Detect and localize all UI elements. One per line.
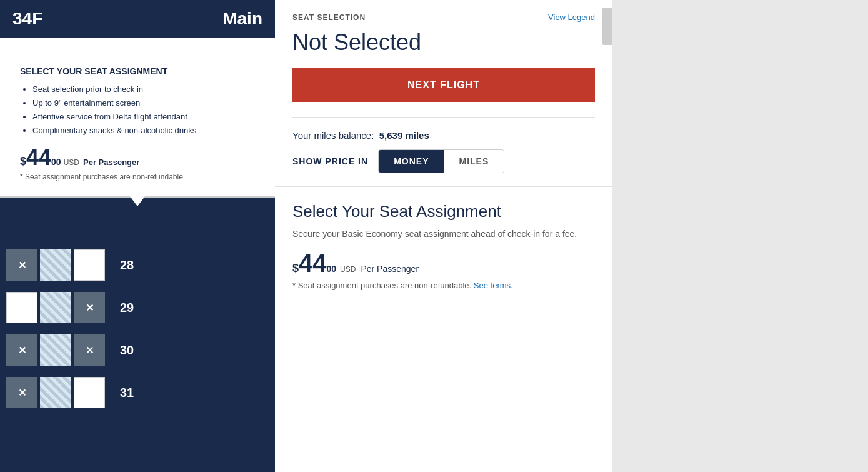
feature-3: Attentive service from Delta flight atte… bbox=[32, 110, 255, 124]
tooltip-price: $ 44 00 USD Per Passenger bbox=[20, 146, 255, 169]
miles-amount: 5,639 miles bbox=[379, 130, 429, 141]
scroll-indicator[interactable] bbox=[602, 8, 612, 45]
not-selected-title: Not Selected bbox=[275, 22, 612, 68]
table-row: ✕ ✕ 30 bbox=[0, 329, 275, 371]
toggle-group: MONEY MILES bbox=[378, 149, 504, 173]
seat-group-left: ✕ bbox=[5, 291, 106, 324]
see-terms-link[interactable]: See terms. bbox=[474, 281, 513, 290]
seat-selection-label: SEAT SELECTION bbox=[292, 13, 366, 22]
tooltip-arrow bbox=[130, 196, 145, 206]
table-row: ✕ 28 bbox=[0, 244, 275, 286]
seat-group-left: ✕ ✕ bbox=[5, 333, 106, 367]
ap-per: Per Passenger bbox=[361, 264, 419, 274]
seat-cell[interactable] bbox=[40, 377, 71, 408]
ap-usd: USD bbox=[340, 265, 356, 274]
seat-cell[interactable]: ✕ bbox=[74, 292, 105, 323]
seat-cell[interactable] bbox=[74, 249, 105, 281]
next-flight-button[interactable]: NEXT FLIGHT bbox=[292, 68, 595, 102]
ap-cents: 00 bbox=[327, 264, 337, 274]
seat-cell[interactable] bbox=[6, 292, 37, 323]
seat-assignment-section: Select Your Seat Assignment Secure your … bbox=[275, 186, 612, 305]
row-number: 30 bbox=[116, 343, 137, 358]
seat-group-left: ✕ bbox=[5, 248, 106, 282]
price-cents: 00 bbox=[51, 157, 61, 167]
feature-1: Seat selection prior to check in bbox=[32, 83, 255, 96]
miles-section: Your miles balance: 5,639 miles SHOW PRI… bbox=[275, 118, 612, 186]
money-toggle-button[interactable]: MONEY bbox=[379, 150, 444, 173]
assignment-disclaimer: * Seat assignment purchases are non-refu… bbox=[292, 281, 595, 290]
seat-tooltip: 34F Main SELECT YOUR SEAT ASSIGNMENT Sea… bbox=[0, 0, 275, 198]
tooltip-body: SELECT YOUR SEAT ASSIGNMENT Seat selecti… bbox=[15, 56, 260, 181]
right-panel: SEAT SELECTION View Legend Not Selected … bbox=[275, 0, 612, 472]
assignment-desc: Secure your Basic Economy seat assignmen… bbox=[292, 228, 595, 241]
disclaimer-text: * Seat assignment purchases are non-refu… bbox=[292, 281, 471, 290]
seat-cell[interactable]: ✕ bbox=[6, 334, 37, 366]
row-number: 29 bbox=[116, 301, 137, 315]
tooltip-features: Seat selection prior to check in Up to 9… bbox=[20, 83, 255, 138]
row-number: 31 bbox=[116, 386, 137, 400]
assignment-price: $ 44 00 USD Per Passenger bbox=[292, 251, 595, 276]
seat-rows-container: ✕ 28 ✕ 29 ✕ ✕ bbox=[0, 244, 275, 414]
tooltip-title: SELECT YOUR SEAT ASSIGNMENT bbox=[20, 66, 255, 76]
seat-map-panel: 34F Main SELECT YOUR SEAT ASSIGNMENT Sea… bbox=[0, 0, 275, 472]
show-price-label: SHOW PRICE IN bbox=[292, 156, 368, 166]
seat-cell[interactable] bbox=[40, 249, 71, 281]
tooltip-header: 34F Main bbox=[0, 0, 275, 38]
selected-seat-class: Main bbox=[222, 9, 262, 29]
price-dollar-sign: $ bbox=[20, 155, 26, 168]
selected-seat-id: 34F bbox=[12, 9, 42, 29]
seat-cell[interactable] bbox=[40, 334, 71, 366]
table-row: ✕ 31 bbox=[0, 371, 275, 414]
tooltip-disclaimer: * Seat assignment purchases are non-refu… bbox=[20, 173, 255, 181]
seat-cell[interactable] bbox=[74, 377, 105, 408]
miles-toggle-button[interactable]: MILES bbox=[444, 150, 504, 173]
ap-dollar: $ bbox=[292, 262, 299, 275]
seat-cell[interactable]: ✕ bbox=[6, 377, 37, 408]
assignment-title: Select Your Seat Assignment bbox=[292, 202, 595, 221]
seat-cell[interactable]: ✕ bbox=[74, 334, 105, 366]
table-row: ✕ 29 bbox=[0, 286, 275, 329]
price-main: 44 bbox=[26, 146, 51, 169]
seat-cell[interactable] bbox=[40, 292, 71, 323]
miles-balance: Your miles balance: 5,639 miles bbox=[292, 130, 595, 141]
view-legend-link[interactable]: View Legend bbox=[548, 13, 595, 22]
row-number: 28 bbox=[116, 258, 137, 273]
ap-main: 44 bbox=[299, 251, 327, 276]
price-per-passenger: Per Passenger bbox=[83, 158, 139, 167]
feature-2: Up to 9" entertainment screen bbox=[32, 96, 255, 110]
seat-group-left: ✕ bbox=[5, 376, 106, 409]
seat-cell[interactable]: ✕ bbox=[6, 249, 37, 281]
seat-selection-header: SEAT SELECTION View Legend bbox=[275, 0, 612, 22]
price-usd: USD bbox=[64, 158, 79, 167]
feature-4: Complimentary snacks & non-alcoholic dri… bbox=[32, 124, 255, 138]
miles-balance-label: Your miles balance: bbox=[292, 130, 374, 141]
price-toggle: SHOW PRICE IN MONEY MILES bbox=[292, 149, 595, 173]
